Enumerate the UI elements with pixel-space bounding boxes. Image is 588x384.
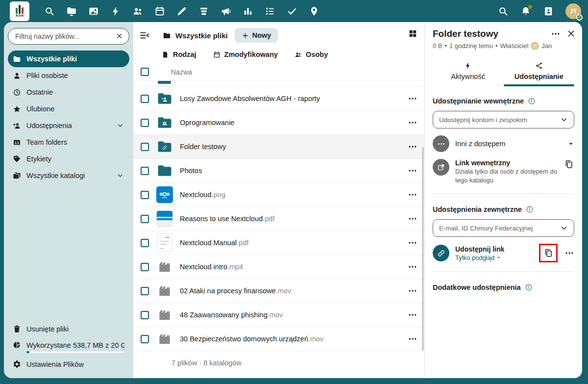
caret-down-icon[interactable] bbox=[567, 140, 574, 147]
share-link-actions-button[interactable] bbox=[564, 248, 574, 258]
others-with-access-row[interactable]: Inni z dostępem bbox=[433, 135, 574, 152]
row-checkbox[interactable] bbox=[141, 95, 149, 103]
row-actions-button[interactable] bbox=[408, 286, 417, 296]
app-analytics-button[interactable] bbox=[243, 6, 253, 17]
clear-filter-button[interactable] bbox=[114, 31, 124, 41]
sidebar-item-ulubione[interactable]: Ulubione bbox=[8, 101, 129, 117]
sidebar-item-wszystkie-pliki[interactable]: Wszystkie pliki bbox=[8, 51, 129, 67]
unified-search-button[interactable] bbox=[498, 6, 509, 17]
chevron-down-icon[interactable] bbox=[116, 122, 124, 129]
new-button[interactable]: Nowy bbox=[235, 28, 278, 43]
row-actions-button[interactable] bbox=[408, 310, 417, 320]
sidebar-item-wszystkie-katalogi[interactable]: Wszystkie katalogi bbox=[8, 167, 129, 184]
sidebar-item-ostatnie[interactable]: Ostatnie bbox=[8, 84, 129, 101]
row-actions-button[interactable] bbox=[408, 118, 417, 128]
filter-modified-chip[interactable]: Zmodyfikowany bbox=[213, 51, 278, 58]
contacts-menu-button[interactable] bbox=[543, 6, 554, 17]
app-approvals-button[interactable] bbox=[287, 6, 297, 17]
app-files-button[interactable] bbox=[66, 6, 77, 17]
file-row[interactable]: 30 Bezpieczeństwo domowych urządzeń.mov bbox=[133, 327, 424, 351]
filter-files-input[interactable] bbox=[15, 32, 114, 40]
people-icon bbox=[294, 51, 302, 58]
app-maps-button[interactable] bbox=[309, 6, 319, 17]
internal-link-row[interactable]: Link wewnętrzny Działa tylko dla osób z … bbox=[433, 159, 574, 184]
file-row[interactable]: 02 Ataki na procesy finansowe.mov bbox=[133, 279, 424, 303]
file-row[interactable]: Folder testowy bbox=[133, 135, 424, 159]
select-all-checkbox[interactable] bbox=[141, 68, 149, 76]
filter-type-chip[interactable]: Rodzaj bbox=[162, 51, 196, 58]
row-checkbox[interactable] bbox=[141, 239, 149, 247]
app-notes-button[interactable] bbox=[176, 6, 187, 17]
panel-close-button[interactable] bbox=[566, 29, 576, 39]
tab-sharing[interactable]: Udostępnianie bbox=[504, 58, 575, 85]
info-icon[interactable] bbox=[526, 205, 534, 213]
row-actions-button[interactable] bbox=[408, 142, 417, 152]
file-row[interactable]: Reasons to use Nextcloud.pdf bbox=[133, 207, 424, 231]
user-avatar[interactable]: JT✓ bbox=[565, 3, 581, 19]
copy-share-link-button[interactable] bbox=[543, 248, 554, 258]
activity-icon bbox=[110, 6, 121, 17]
notifications-button[interactable] bbox=[520, 6, 531, 17]
filter-people-chip[interactable]: Osoby bbox=[294, 51, 328, 58]
sidebar-item-settings[interactable]: Ustawienia Plików bbox=[8, 356, 129, 372]
row-actions-button[interactable] bbox=[408, 94, 417, 103]
file-row[interactable]: Losy Zawodowe Absolwentów AGH - raporty bbox=[133, 87, 424, 111]
info-icon[interactable] bbox=[525, 283, 533, 291]
row-actions-button[interactable] bbox=[408, 190, 417, 200]
row-actions-button[interactable] bbox=[408, 166, 417, 176]
share-link-row[interactable]: Udostępnij link Tylko podgląd bbox=[433, 244, 574, 262]
app-calendar-button[interactable] bbox=[154, 6, 165, 17]
app-search-button[interactable] bbox=[44, 6, 55, 17]
breadcrumb[interactable]: Wszystkie pliki bbox=[163, 31, 228, 40]
filter-files-box bbox=[8, 28, 129, 45]
file-row[interactable]: Photos bbox=[133, 159, 424, 183]
panel-actions-button[interactable] bbox=[551, 29, 561, 39]
app-contacts-button[interactable] bbox=[132, 6, 143, 17]
dots-menu-icon bbox=[551, 29, 561, 39]
scrollbar[interactable] bbox=[422, 147, 424, 351]
file-row[interactable]: Nextcloud.png bbox=[133, 183, 424, 207]
info-icon[interactable] bbox=[528, 97, 536, 105]
file-row[interactable]: 48 Zaawansowany phishing.mov bbox=[133, 303, 424, 327]
row-actions-button[interactable] bbox=[408, 214, 417, 224]
app-tasks-button[interactable] bbox=[265, 6, 275, 17]
row-checkbox[interactable] bbox=[141, 167, 149, 175]
sidebar-item-pliki-osobiste[interactable]: Pliki osobiste bbox=[8, 67, 129, 84]
analytics-icon bbox=[243, 6, 253, 17]
sidebar-item-team-folders[interactable]: Team folders bbox=[8, 134, 129, 151]
row-actions-button[interactable] bbox=[408, 238, 417, 248]
dots-menu-icon bbox=[408, 310, 417, 320]
row-checkbox[interactable] bbox=[141, 143, 149, 151]
row-checkbox[interactable] bbox=[141, 311, 149, 319]
file-row[interactable]: Oprogramowanie bbox=[133, 111, 424, 135]
file-size: 0 B bbox=[433, 42, 442, 50]
tab-activity[interactable]: Aktywność bbox=[433, 58, 504, 85]
row-checkbox[interactable] bbox=[141, 263, 149, 271]
share-permission-dropdown[interactable]: Tylko podgląd bbox=[455, 254, 533, 261]
row-checkbox[interactable] bbox=[141, 119, 149, 127]
agh-logo[interactable]: AGH bbox=[10, 1, 29, 21]
internal-share-input[interactable]: Udostępnij kontom i zespołom bbox=[433, 111, 574, 128]
name-column-header[interactable]: Nazwa bbox=[171, 68, 192, 76]
row-actions-button[interactable] bbox=[408, 262, 417, 272]
copy-internal-link-button[interactable] bbox=[564, 159, 574, 170]
file-row[interactable]: Nextcloud Manual.pdf bbox=[133, 231, 424, 255]
collapse-sidebar-button[interactable] bbox=[139, 30, 150, 41]
row-checkbox[interactable] bbox=[141, 335, 149, 343]
row-checkbox[interactable] bbox=[141, 191, 149, 199]
external-share-input[interactable]: E-mail, ID Chmury Federacyjnej bbox=[433, 219, 574, 237]
file-row[interactable]: Nextcloud intro.mp4 bbox=[133, 255, 424, 279]
sidebar-item-etykiety[interactable]: Etykiety bbox=[8, 151, 129, 167]
sidebar-item-udost-pnienia[interactable]: Udostępnienia bbox=[8, 117, 129, 134]
app-deck-button[interactable] bbox=[198, 6, 209, 17]
app-activity-button[interactable] bbox=[110, 6, 121, 17]
grid-view-toggle[interactable] bbox=[408, 29, 417, 38]
app-photos-button[interactable] bbox=[88, 6, 99, 17]
row-checkbox[interactable] bbox=[141, 287, 149, 295]
app-announcements-button[interactable] bbox=[220, 6, 231, 17]
chevron-down-icon[interactable] bbox=[116, 172, 124, 179]
row-checkbox[interactable] bbox=[141, 215, 149, 223]
row-actions-button[interactable] bbox=[408, 334, 417, 344]
sidebar-item-trash[interactable]: Usunięte pliki bbox=[8, 321, 129, 337]
internal-link-avatar bbox=[433, 159, 449, 176]
